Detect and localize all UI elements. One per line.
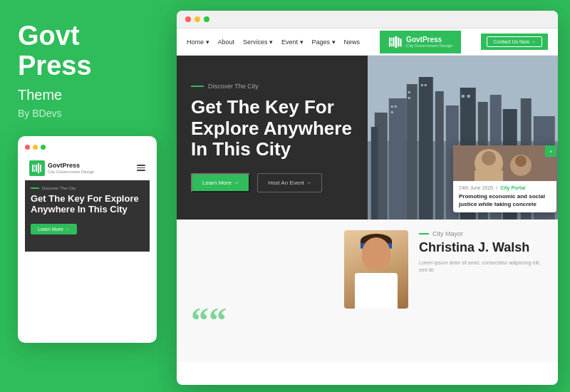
hero-learn-btn[interactable]: Learn More → (191, 173, 250, 192)
news-card-meta: 24th June 2020 / City Portal (459, 185, 551, 190)
svg-rect-20 (406, 84, 417, 220)
mobile-window-dots (25, 143, 150, 151)
hero-content: Discover The City Get The Key For Explor… (177, 68, 386, 207)
mobile-learn-btn[interactable]: Learn More → (31, 224, 77, 234)
mayor-label-row: City Mayor (419, 230, 544, 237)
mobile-mockup: GovtPress City Government Design Discove… (18, 136, 157, 343)
svg-rect-9 (391, 42, 392, 46)
svg-rect-22 (435, 91, 443, 220)
svg-rect-8 (391, 37, 392, 41)
news-card-tab: › (545, 145, 556, 157)
mobile-nav: GovtPress City Government Design (25, 157, 150, 180)
desktop-nav: Home ▾ About Services ▾ Event ▾ Pages ▾ … (177, 29, 558, 56)
svg-rect-6 (40, 165, 41, 172)
mayor-section: City Mayor Christina J. Walsh Lorem ipsu… (344, 230, 544, 309)
hero-buttons: Learn More → Host An Event → (191, 173, 372, 192)
mayor-label-line (419, 233, 429, 234)
mobile-hero: Discover The City Get The Key For Explor… (25, 180, 150, 252)
news-card-category: City Portal (500, 185, 525, 190)
svg-rect-38 (467, 95, 470, 98)
mobile-dot-green (41, 145, 46, 150)
mayor-name: Christina J. Walsh (419, 241, 544, 255)
mayor-info: City Mayor Christina J. Walsh Lorem ipsu… (419, 230, 544, 273)
hero-discover-line (191, 86, 204, 87)
nav-logo-center: GovtPress City Government Design (380, 31, 461, 53)
svg-rect-42 (475, 170, 503, 181)
left-panel: Govt Press Theme By BDevs (0, 0, 167, 392)
nav-right-area: Contact Us Now → (481, 33, 548, 50)
theme-title: Govt Press (18, 21, 150, 81)
svg-rect-11 (395, 36, 398, 47)
news-card-image: › (453, 145, 556, 181)
hero-title: Get The Key For Explore Anywhere In This… (191, 97, 372, 161)
svg-rect-4 (36, 165, 37, 172)
mobile-logo: GovtPress City Government Design (29, 160, 94, 176)
hero-host-btn[interactable]: Host An Event → (257, 173, 322, 192)
nav-services[interactable]: Services ▾ (243, 38, 273, 46)
hero-discover-text: Discover The City (208, 83, 259, 90)
mayor-label-text: City Mayor (432, 230, 463, 237)
svg-rect-19 (388, 98, 406, 220)
svg-rect-5 (38, 163, 39, 173)
chrome-dot-green (204, 16, 209, 22)
nav-home[interactable]: Home ▾ (187, 38, 209, 46)
mobile-discover-line (31, 187, 39, 189)
svg-rect-32 (390, 111, 393, 113)
theme-author: By BDevs (18, 108, 150, 119)
mobile-dot-yellow (33, 145, 38, 150)
desktop-hero: Discover The City Get The Key For Explor… (177, 56, 558, 220)
nav-pages[interactable]: Pages ▾ (312, 38, 336, 46)
svg-rect-10 (393, 37, 394, 46)
hero-city-bg: › 24th June 2020 / City Portal Promoting… (368, 56, 559, 220)
news-card-separator: / (496, 185, 497, 190)
contact-btn[interactable]: Contact Us Now → (487, 36, 542, 47)
desktop-bottom: ““ City Mayor Christina J. Walsh Lorem i… (177, 220, 558, 362)
svg-point-41 (482, 151, 496, 165)
svg-rect-21 (418, 77, 432, 220)
desktop-chrome (177, 11, 558, 29)
desktop-preview: Home ▾ About Services ▾ Event ▾ Pages ▾ … (177, 11, 558, 385)
nav-logo-text-area: GovtPress City Government Design (406, 36, 452, 48)
decorative-quote-icon: ““ (191, 299, 227, 341)
svg-rect-12 (398, 37, 399, 46)
svg-rect-33 (408, 91, 410, 93)
theme-subtitle: Theme (18, 87, 150, 103)
chrome-dot-red (185, 16, 191, 22)
news-image-svg (453, 145, 556, 181)
svg-rect-39 (453, 145, 556, 181)
svg-rect-31 (394, 105, 396, 108)
nav-logo-icon (388, 35, 403, 49)
mobile-dot-red (25, 145, 30, 150)
mayor-body (355, 273, 398, 309)
news-card-date: 24th June 2020 (459, 185, 493, 190)
svg-rect-3 (34, 169, 35, 172)
mayor-desc: Lorem ipsum dolor sit amet, consectetur … (419, 259, 544, 274)
hero-discover: Discover The City (191, 83, 372, 90)
mobile-hero-title: Get The Key For Explore Anywhere In This… (31, 193, 144, 215)
mobile-hamburger-icon[interactable] (137, 165, 145, 171)
nav-event[interactable]: Event ▾ (281, 38, 304, 46)
nav-news[interactable]: News (344, 38, 361, 46)
svg-rect-13 (400, 38, 401, 46)
mayor-image (344, 230, 408, 309)
svg-rect-34 (408, 97, 410, 99)
mobile-discover: Discover The City (31, 186, 144, 190)
svg-rect-35 (420, 84, 423, 86)
chrome-dot-yellow (195, 16, 200, 22)
news-card-body: 24th June 2020 / City Portal Promoting e… (453, 181, 556, 212)
mobile-logo-icon (29, 160, 45, 176)
news-card-title: Promoting economic and social justice wh… (459, 193, 551, 208)
svg-rect-37 (461, 95, 464, 98)
mobile-discover-text: Discover The City (42, 186, 76, 190)
svg-rect-2 (34, 165, 35, 167)
hero-city-image: › 24th June 2020 / City Portal Promoting… (368, 56, 559, 220)
svg-rect-36 (424, 84, 426, 86)
mayor-face (362, 237, 390, 269)
svg-point-44 (515, 155, 527, 167)
svg-rect-30 (390, 105, 393, 108)
nav-about[interactable]: About (218, 38, 235, 46)
svg-rect-1 (32, 165, 33, 172)
nav-links: Home ▾ About Services ▾ Event ▾ Pages ▾ … (187, 38, 360, 46)
news-card: › 24th June 2020 / City Portal Promoting… (453, 145, 556, 212)
svg-rect-7 (389, 37, 390, 46)
